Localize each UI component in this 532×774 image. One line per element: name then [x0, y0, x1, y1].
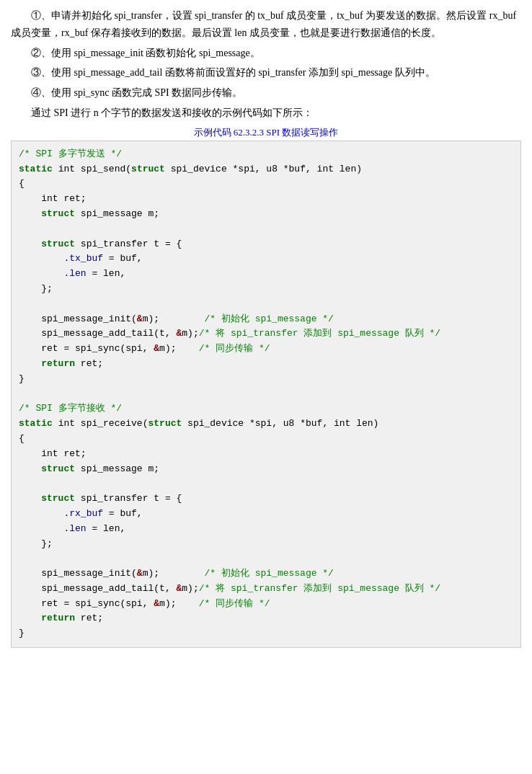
main-content: ①、申请并初始化 spi_transfer，设置 spi_transfer 的 … [11, 7, 521, 648]
para2: ②、使用 spi_message_init 函数初始化 spi_message。 [11, 45, 521, 62]
code-block-spi: /* SPI 多字节发送 */ static int spi_send(stru… [11, 141, 521, 648]
para3: ③、使用 spi_message_add_tail 函数将前面设置好的 spi_… [11, 64, 521, 81]
code-title: 示例代码 62.3.2.3 SPI 数据读写操作 [11, 126, 521, 139]
para1: ①、申请并初始化 spi_transfer，设置 spi_transfer 的 … [11, 7, 521, 42]
description-block: ①、申请并初始化 spi_transfer，设置 spi_transfer 的 … [11, 7, 521, 122]
para5: 通过 SPI 进行 n 个字节的数据发送和接收的示例代码如下所示： [11, 104, 521, 122]
para4: ④、使用 spi_sync 函数完成 SPI 数据同步传输。 [11, 84, 521, 102]
